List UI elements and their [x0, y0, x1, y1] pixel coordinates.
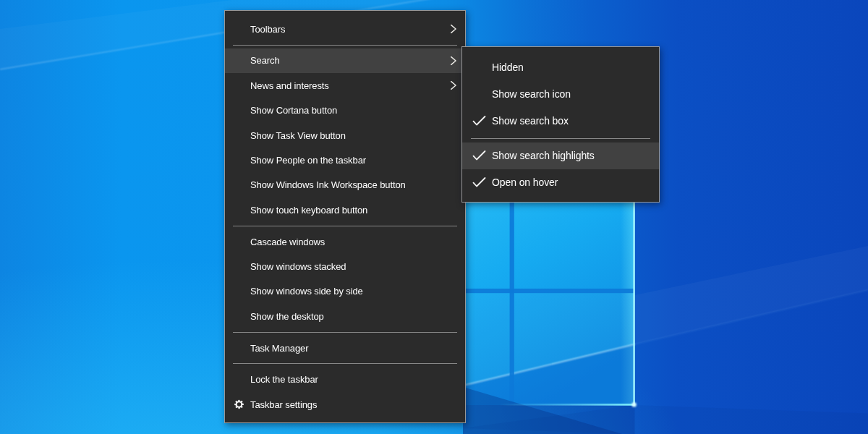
menu-item-show-cortana-button[interactable]: Show Cortana button [225, 98, 465, 123]
menu-item-toolbars[interactable]: Toolbars [225, 17, 465, 41]
menu-item-show-touch-keyboard-button[interactable]: Show touch keyboard button [225, 197, 465, 222]
submenu-item-label: Open on hover [492, 176, 558, 188]
submenu-item-show-search-highlights[interactable]: Show search highlights [462, 142, 659, 169]
chevron-right-icon [450, 25, 457, 34]
menu-item-taskbar-settings[interactable]: Taskbar settings [225, 392, 465, 417]
chevron-right-icon [450, 81, 457, 90]
menu-item-label: Show People on the taskbar [250, 155, 366, 166]
menu-separator [233, 332, 457, 333]
submenu-item-show-search-icon[interactable]: Show search icon [462, 81, 659, 108]
submenu-item-label: Show search icon [492, 88, 571, 100]
submenu-item-hidden[interactable]: Hidden [462, 54, 659, 81]
menu-separator [233, 226, 457, 226]
menu-item-label: Task Manager [250, 343, 308, 354]
menu-item-show-people-on-the-taskbar[interactable]: Show People on the taskbar [225, 148, 465, 172]
menu-item-label: Show windows side by side [250, 286, 363, 297]
taskbar-context-menu: Toolbars Search News and interests Show … [224, 10, 466, 423]
menu-item-label: Show Windows Ink Workspace button [250, 179, 406, 190]
menu-item-label: Cascade windows [250, 237, 325, 247]
menu-item-show-the-desktop[interactable]: Show the desktop [225, 304, 465, 328]
gear-icon [234, 400, 244, 409]
menu-item-show-windows-side-by-side[interactable]: Show windows side by side [225, 279, 465, 304]
menu-item-show-task-view-button[interactable]: Show Task View button [225, 123, 465, 148]
menu-item-search[interactable]: Search [225, 48, 465, 73]
menu-item-label: Taskbar settings [250, 399, 317, 410]
menu-item-label: Show touch keyboard button [250, 205, 367, 216]
menu-item-label: Show windows stacked [250, 261, 346, 272]
submenu-item-label: Show search highlights [492, 150, 595, 161]
menu-separator [471, 138, 650, 139]
submenu-item-label: Show search box [492, 115, 569, 127]
search-submenu: Hidden Show search icon Show search box … [461, 46, 660, 203]
submenu-item-label: Hidden [492, 61, 524, 73]
menu-item-label: Show Cortana button [250, 105, 337, 116]
checkmark-icon [472, 116, 486, 127]
menu-item-label: Show the desktop [250, 311, 324, 322]
menu-item-cascade-windows[interactable]: Cascade windows [225, 229, 465, 254]
submenu-item-open-on-hover[interactable]: Open on hover [462, 169, 659, 196]
menu-item-label: News and interests [250, 80, 329, 91]
menu-item-label: Toolbars [250, 24, 285, 35]
menu-item-show-windows-ink-workspace-button[interactable]: Show Windows Ink Workspace button [225, 173, 465, 197]
menu-separator [233, 363, 457, 364]
chevron-right-icon [450, 56, 457, 65]
menu-item-label: Show Task View button [250, 130, 346, 141]
menu-item-news-and-interests[interactable]: News and interests [225, 73, 465, 98]
menu-item-task-manager[interactable]: Task Manager [225, 336, 465, 360]
submenu-item-show-search-box[interactable]: Show search box [462, 108, 659, 135]
menu-item-label: Lock the taskbar [250, 374, 318, 385]
menu-item-label: Search [250, 55, 280, 66]
checkmark-icon [472, 177, 486, 188]
menu-item-lock-the-taskbar[interactable]: Lock the taskbar [225, 367, 465, 392]
menu-separator [233, 45, 457, 46]
menu-item-show-windows-stacked[interactable]: Show windows stacked [225, 254, 465, 278]
checkmark-icon [472, 150, 486, 161]
